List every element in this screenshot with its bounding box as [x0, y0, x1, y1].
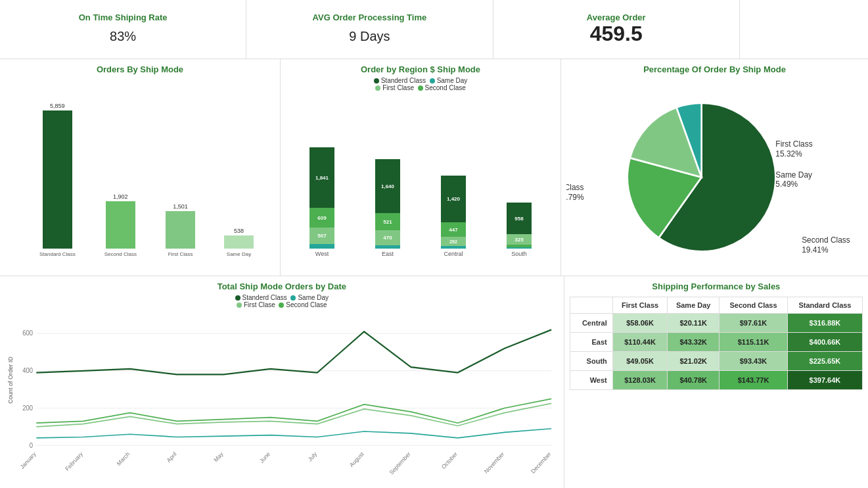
- col-header-first-class: First Class: [612, 297, 668, 314]
- pie-sub-label: 19.41%: [802, 245, 829, 255]
- y-axis-label: 0: [30, 441, 34, 449]
- bar-group: 1,501 First Class: [166, 203, 195, 257]
- stacked-seg: 1,420: [441, 176, 466, 222]
- bar-value-label: 538: [234, 228, 244, 234]
- table-cell: $93.43K: [720, 352, 788, 371]
- table-row: South$49.05K$21.02K$93.43K$225.65K: [570, 352, 862, 371]
- legend-first-dot: [375, 85, 380, 91]
- legend-sameday-dot: [430, 78, 435, 84]
- stacked-seg: 1,841: [309, 147, 334, 208]
- col-header-empty: [570, 297, 612, 314]
- table-cell: $397.64K: [787, 371, 862, 390]
- seg-value: 325: [514, 237, 523, 243]
- kpi-avg-label: AVG Order Processing Time: [313, 12, 427, 22]
- line-chart-title: Total Ship Mode Orders by Date: [217, 281, 346, 291]
- table-cell: $316.88K: [787, 314, 862, 333]
- line-legend-sameday-dot: [290, 295, 296, 301]
- shipping-perf-title: Shipping Performance by Sales: [570, 281, 863, 291]
- perf-table: First Class Same Day Second Class Standa…: [570, 297, 863, 390]
- x-axis-label: May: [213, 451, 225, 464]
- x-axis-label: October: [440, 451, 459, 470]
- grouped-bar-group: 325958South: [507, 203, 532, 257]
- table-header-row: First Class Same Day Second Class Standa…: [570, 297, 862, 314]
- table-cell: $143.77K: [720, 371, 788, 390]
- kpi-on-time-label: On Time Shiping Rate: [79, 12, 168, 22]
- stacked-bar: 4705211,640: [375, 159, 400, 249]
- kpi-row: On Time Shiping Rate 83% AVG Order Proce…: [0, 0, 868, 59]
- y-axis-label: 400: [22, 367, 33, 374]
- col-header-same-day: Same Day: [668, 297, 720, 314]
- bar-category-label: Second Class: [104, 251, 137, 257]
- bar-rect: [166, 211, 195, 249]
- line-chart-svg: 0200400600Count of Order IDJanuaryFebrua…: [5, 311, 559, 483]
- row-region-label: East: [570, 333, 612, 352]
- stacked-seg: 958: [507, 203, 532, 234]
- x-axis-label: September: [388, 451, 412, 476]
- seg-value: 609: [317, 215, 326, 221]
- pie-label: Second Class: [802, 235, 850, 245]
- table-row: East$110.44K$43.32K$115.11K$400.66K: [570, 333, 862, 352]
- stacked-bar: 325958: [507, 203, 532, 249]
- bar-category-label: First Class: [168, 251, 193, 257]
- line-legend-second: Second Clase: [286, 301, 327, 308]
- stacked-seg: 507: [309, 228, 334, 244]
- legend-second-dot: [418, 85, 423, 91]
- kpi-avg-order: Average Order 459.5: [493, 0, 740, 59]
- line-chart-legend: Standerd Class Same Day First Clase Seco…: [235, 294, 329, 308]
- stacked-seg: 447: [441, 222, 466, 237]
- line-legend-first-dot: [237, 303, 242, 308]
- table-cell: $49.05K: [612, 352, 668, 371]
- kpi-avg-processing: AVG Order Processing Time 9 Days: [246, 0, 493, 59]
- table-row: West$128.03K$40.78K$143.77K$397.64K: [570, 371, 862, 390]
- order-by-region-panel: Order by Region $ Ship Mode Standerd Cla…: [281, 59, 561, 276]
- pie-chart-title: Percentage Of Order By Ship Mode: [643, 64, 786, 74]
- x-axis-label: August: [348, 451, 365, 469]
- table-cell: $43.32K: [668, 333, 720, 352]
- bar-group: 538 Same Day: [224, 228, 254, 257]
- table-body: Central$58.06K$20.11K$97.61K$316.88KEast…: [570, 314, 862, 390]
- pie-label: Same Day: [775, 170, 812, 180]
- line-legend-sameday: Same Day: [298, 294, 329, 301]
- grouped-bar-area: 5076091,841West4705211,640East2924471,42…: [286, 94, 555, 270]
- legend-standard-dot: [374, 78, 379, 84]
- stacked-seg: [375, 245, 400, 249]
- grouped-bar-group: 4705211,640East: [375, 159, 400, 257]
- seg-value: 470: [383, 235, 392, 241]
- region-label: West: [315, 251, 329, 257]
- grouped-bar-group: 5076091,841West: [309, 147, 334, 257]
- x-axis-label: July: [307, 451, 319, 463]
- x-axis-label: June: [258, 451, 271, 464]
- stacked-seg: [441, 246, 466, 249]
- pie-sub-label: 59.79%: [566, 193, 584, 202]
- table-cell: $225.65K: [787, 352, 862, 371]
- stacked-seg: [507, 247, 532, 249]
- legend-sameday-label: Same Day: [437, 77, 468, 84]
- bar-category-label: Standard Class: [39, 251, 76, 257]
- line-series-first: [36, 403, 551, 426]
- table-cell: $20.11K: [668, 314, 720, 333]
- x-axis-label: April: [166, 451, 178, 464]
- pie-svg: Standard Class59.79%Second Class19.41%Fi…: [566, 77, 863, 276]
- pie-sub-label: 5.49%: [775, 180, 798, 189]
- orders-by-ship-mode-panel: Orders By Ship Mode 5,859 Standard Class…: [0, 59, 281, 276]
- bar-group: 1,902 Second Class: [104, 193, 137, 257]
- stacked-seg: [309, 244, 334, 249]
- order-by-region-legend: Standerd Class Same Day First Clase Seco…: [374, 77, 468, 91]
- table-cell: $110.44K: [612, 333, 668, 352]
- legend-first-label: First Clase: [382, 84, 414, 91]
- table-cell: $128.03K: [612, 371, 668, 390]
- bar-value-label: 5,859: [50, 103, 65, 109]
- kpi-avg-order-value: 459.5: [590, 22, 643, 45]
- stacked-seg: 325: [507, 234, 532, 245]
- bar-category-label: Same Day: [227, 251, 251, 257]
- stacked-seg: 470: [375, 230, 400, 245]
- kpi-avg-value: 9 Days: [349, 22, 390, 45]
- pie-label: First Class: [775, 139, 812, 149]
- bar-value-label: 1,902: [113, 193, 128, 200]
- stacked-seg: [507, 245, 532, 247]
- stacked-seg: 1,640: [375, 159, 400, 213]
- region-label: Central: [444, 251, 463, 257]
- table-row: Central$58.06K$20.11K$97.61K$316.88K: [570, 314, 862, 333]
- bar-value-label: 1,501: [173, 203, 188, 210]
- x-axis-label: March: [116, 451, 131, 467]
